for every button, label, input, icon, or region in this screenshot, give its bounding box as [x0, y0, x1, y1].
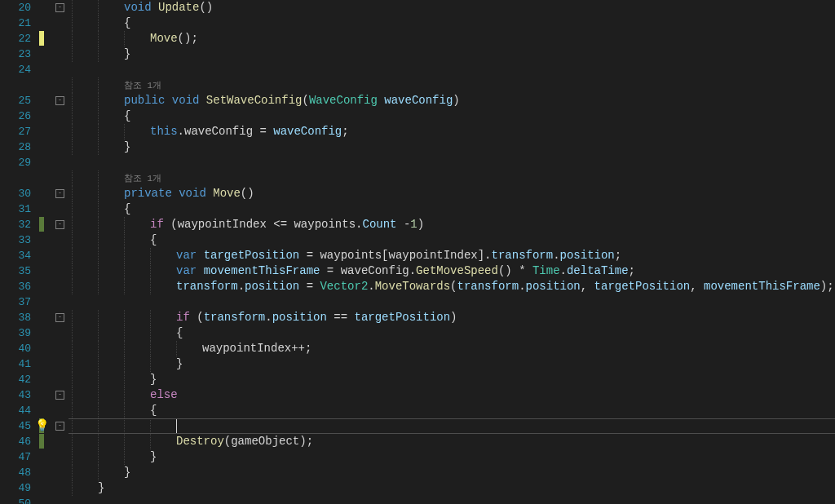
line-number: 47	[0, 449, 31, 465]
line-number: 36	[0, 279, 31, 294]
code-line[interactable]: }	[68, 139, 835, 155]
line-number: 32	[0, 217, 31, 232]
line-number: 33	[0, 232, 31, 248]
fold-toggle[interactable]: -	[55, 313, 64, 322]
code-line[interactable]: {	[68, 232, 835, 248]
code-line[interactable]: }	[68, 449, 835, 465]
fold-toggle[interactable]: -	[55, 220, 64, 229]
line-number: 46	[0, 434, 31, 449]
line-number: 29	[0, 155, 31, 170]
code-area[interactable]: void Update(){Move();}참조 1개public void S…	[68, 0, 835, 504]
line-number: 40	[0, 341, 31, 356]
code-line[interactable]: {	[68, 15, 835, 31]
fold-toggle[interactable]: -	[55, 422, 64, 431]
line-number: 30	[0, 186, 31, 201]
code-line[interactable]: }	[68, 372, 835, 387]
code-line[interactable]: {	[68, 108, 835, 124]
code-line[interactable]: var targetPosition = waypoints[waypointI…	[68, 248, 835, 263]
code-line[interactable]: Destroy(gameObject);	[68, 434, 835, 449]
code-line[interactable]	[68, 155, 835, 170]
code-line[interactable]: if (waypointIndex <= waypoints.Count -1)	[68, 217, 835, 232]
code-line[interactable]: if (transform.position == targetPosition…	[68, 310, 835, 325]
code-line[interactable]: 참조 1개	[68, 77, 835, 93]
code-line[interactable]	[68, 62, 835, 77]
code-line[interactable]: private void Move()	[68, 186, 835, 201]
code-line[interactable]: Move();	[68, 31, 835, 46]
codelens-references[interactable]: 참조 1개	[124, 81, 161, 91]
saved-marker	[39, 434, 44, 449]
fold-toggle[interactable]: -	[55, 391, 64, 400]
code-line[interactable]: {	[68, 403, 835, 418]
line-number: 48	[0, 465, 31, 480]
line-number-gutter: 2021222324252627282930313233343536373839…	[0, 0, 39, 504]
code-line[interactable]: this.waveConfig = waveConfig;	[68, 124, 835, 139]
line-number: 50	[0, 496, 31, 504]
line-number: 34	[0, 248, 31, 263]
line-number: 38	[0, 310, 31, 325]
line-number: 44	[0, 403, 31, 418]
code-line[interactable]	[68, 496, 835, 504]
line-number: 23	[0, 46, 31, 62]
line-number	[0, 77, 31, 93]
code-line[interactable]: void Update()	[68, 0, 835, 15]
line-number: 22	[0, 31, 31, 46]
line-number	[0, 170, 31, 186]
change-markers: 💡	[39, 0, 54, 504]
code-line[interactable]: 참조 1개	[68, 170, 835, 186]
text-cursor	[176, 419, 177, 433]
line-number: 24	[0, 62, 31, 77]
code-editor[interactable]: 2021222324252627282930313233343536373839…	[0, 0, 835, 504]
line-number: 28	[0, 139, 31, 155]
code-line[interactable]: }	[68, 465, 835, 480]
line-number: 43	[0, 387, 31, 403]
line-number: 31	[0, 201, 31, 217]
saved-marker	[39, 217, 44, 232]
fold-gutter: -------	[54, 0, 68, 504]
line-number: 25	[0, 93, 31, 108]
fold-toggle[interactable]: -	[55, 3, 64, 12]
code-line[interactable]: transform.position = Vector2.MoveTowards…	[68, 279, 835, 294]
line-number: 20	[0, 0, 31, 15]
code-line[interactable]: }	[68, 480, 835, 496]
code-line[interactable]	[68, 418, 835, 434]
modified-marker	[39, 31, 44, 46]
line-number: 37	[0, 294, 31, 310]
codelens-references[interactable]: 참조 1개	[124, 174, 161, 183]
code-line[interactable]: var movementThisFrame = waveConfig.GetMo…	[68, 263, 835, 279]
code-line[interactable]	[68, 294, 835, 310]
code-line[interactable]: else	[68, 387, 835, 403]
line-number: 26	[0, 108, 31, 124]
line-number: 45	[0, 418, 31, 434]
code-line[interactable]: public void SetWaveCoinfig(WaveConfig wa…	[68, 93, 835, 108]
code-line[interactable]: }	[68, 356, 835, 372]
fold-toggle[interactable]: -	[55, 96, 64, 105]
line-number: 41	[0, 356, 31, 372]
line-number: 21	[0, 15, 31, 31]
line-number: 35	[0, 263, 31, 279]
line-number: 27	[0, 124, 31, 139]
line-number: 42	[0, 372, 31, 387]
code-line[interactable]: }	[68, 46, 835, 62]
code-line[interactable]: {	[68, 325, 835, 341]
code-line[interactable]: waypointIndex++;	[68, 341, 835, 356]
line-number: 39	[0, 325, 31, 341]
lightbulb-icon[interactable]: 💡	[35, 419, 48, 432]
line-number: 49	[0, 480, 31, 496]
code-line[interactable]: {	[68, 201, 835, 217]
fold-toggle[interactable]: -	[55, 189, 64, 198]
